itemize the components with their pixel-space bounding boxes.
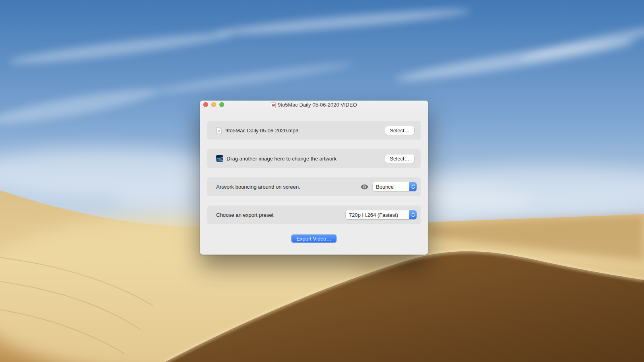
animation-style-row: Artwork bouncing around on screen. Bounc… xyxy=(207,177,421,196)
close-button[interactable] xyxy=(203,102,208,107)
chevron-up-down-icon xyxy=(409,182,417,191)
window-titlebar[interactable]: 9to5Mac Daily 05-06-2020 VIDEO xyxy=(200,101,428,109)
preview-button[interactable] xyxy=(360,184,369,190)
minimize-button[interactable] xyxy=(211,102,216,107)
export-preset-value: 720p H.264 (Fastest) xyxy=(346,210,409,219)
app-window: 9to5Mac Daily 05-06-2020 VIDEO 9to5Mac D… xyxy=(200,101,428,255)
artwork-drop-label: Drag another image here to change the ar… xyxy=(227,156,336,162)
eye-icon xyxy=(360,184,369,190)
traffic-lights xyxy=(203,102,224,107)
export-preset-popup[interactable]: 720p H.264 (Fastest) xyxy=(346,210,417,219)
artwork-drop-zone[interactable]: Drag another image here to change the ar… xyxy=(207,149,421,168)
animation-style-popup[interactable]: Bounce xyxy=(373,182,417,191)
artwork-thumbnail-icon xyxy=(216,155,223,162)
title-group: 9to5Mac Daily 05-06-2020 VIDEO xyxy=(271,101,357,109)
animation-style-label: Artwork bouncing around on screen. xyxy=(216,184,300,190)
select-audio-button[interactable]: Select… xyxy=(385,126,414,135)
select-artwork-button[interactable]: Select… xyxy=(385,154,414,163)
export-preset-label: Choose an export preset xyxy=(216,212,273,218)
export-video-button[interactable]: Export Video… xyxy=(291,234,336,243)
export-preset-row: Choose an export preset 720p H.264 (Fast… xyxy=(207,206,421,224)
audio-file-name: 9to5Mac Daily 05-06-2020.mp3 xyxy=(225,128,298,134)
animation-style-value: Bounce xyxy=(373,182,409,191)
window-title: 9to5Mac Daily 05-06-2020 VIDEO xyxy=(278,101,357,109)
audio-file-row: 9to5Mac Daily 05-06-2020.mp3 Select… xyxy=(207,121,421,140)
audio-file-icon xyxy=(216,127,222,134)
chevron-up-down-icon xyxy=(409,210,417,219)
zoom-button[interactable] xyxy=(219,102,224,107)
document-proxy-icon xyxy=(271,102,276,108)
